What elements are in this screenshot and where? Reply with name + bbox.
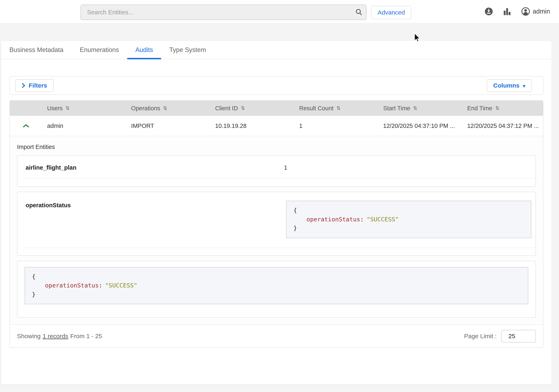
entity-name: airline_flight_plan <box>26 164 284 171</box>
sort-icon[interactable]: ⇅ <box>336 105 341 111</box>
tab-label: Type System <box>169 46 206 54</box>
filters-button[interactable]: Filters <box>15 79 54 92</box>
username-label: admin <box>533 8 550 15</box>
tab-type-system[interactable]: Type System <box>161 41 214 59</box>
json-property: operationStatus:"SUCCESS" <box>293 215 524 224</box>
column-label: Client ID <box>215 105 238 112</box>
sort-icon[interactable]: ⇅ <box>163 105 167 111</box>
entity-count: 1 <box>284 164 527 171</box>
import-entities-box: airline_flight_plan 1 <box>17 155 536 187</box>
page-background-band <box>0 23 559 41</box>
json-close-brace: } <box>32 290 521 299</box>
main-panel: Business Metadata Enumerations Audits Ty… <box>1 41 552 384</box>
advanced-button[interactable]: Advanced <box>371 6 411 19</box>
bar-chart-icon[interactable] <box>504 7 511 16</box>
detail-title: Import Entities <box>17 136 536 150</box>
json-code-block: { operationStatus:"SUCCESS" } <box>286 201 531 238</box>
cell-start-time: 12/20/2025 04:37:10 PM ... <box>375 123 459 129</box>
sort-icon[interactable]: ⇅ <box>65 105 70 111</box>
column-label: Start Time <box>383 105 410 112</box>
json-value: "SUCCESS" <box>366 216 399 223</box>
operation-status-label: operationStatus <box>26 201 286 209</box>
column-label: End Time <box>467 105 493 112</box>
chevron-up-icon <box>23 124 29 128</box>
download-icon[interactable] <box>484 7 493 16</box>
columns-button[interactable]: Columns ▾ <box>487 79 532 92</box>
json-value: "SUCCESS" <box>105 282 137 289</box>
page-limit-label: Page Limit : <box>464 333 496 340</box>
json-colon: : <box>99 282 102 289</box>
cell-users: admin <box>39 123 123 129</box>
tab-bar: Business Metadata Enumerations Audits Ty… <box>1 41 552 59</box>
tab-enumerations[interactable]: Enumerations <box>72 41 127 59</box>
user-icon <box>521 7 530 16</box>
table-footer: Showing 1 records From 1 - 25 Page Limit… <box>10 324 543 348</box>
sort-icon[interactable]: ⇅ <box>413 105 417 111</box>
tab-label: Business Metadata <box>9 46 64 54</box>
tab-label: Audits <box>135 46 153 54</box>
column-header-result-count[interactable]: Result Count ⇅ <box>291 105 375 112</box>
json-property: operationStatus:"SUCCESS" <box>32 281 521 290</box>
columns-label: Columns <box>493 82 520 89</box>
page-limit-select[interactable]: 25 <box>502 330 536 343</box>
column-header-users[interactable]: Users ⇅ <box>39 105 123 112</box>
json-close-brace: } <box>293 224 524 233</box>
showing-label: Showing <box>17 333 41 340</box>
json-key: operationStatus <box>45 282 99 289</box>
filters-toolbar: Filters Columns ▾ <box>9 76 543 95</box>
cell-end-time: 12/20/2025 04:37:12 PM ... <box>459 123 543 129</box>
json-open-brace: { <box>293 206 524 215</box>
column-label: Result Count <box>299 105 334 112</box>
operation-status-box: operationStatus { operationStatus:"SUCCE… <box>17 192 536 256</box>
range-label: From 1 - 25 <box>70 333 102 340</box>
sort-icon[interactable]: ⇅ <box>495 105 499 111</box>
result-json-box: { operationStatus:"SUCCESS" } <box>17 261 536 318</box>
row-detail-panel: Import Entities airline_flight_plan 1 op… <box>10 136 543 324</box>
search-box[interactable] <box>81 4 366 20</box>
chevron-right-icon <box>22 83 25 88</box>
active-tab-underline <box>127 58 161 59</box>
top-bar: Advanced a <box>0 0 559 23</box>
column-header-operations[interactable]: Operations ⇅ <box>123 105 207 112</box>
page-limit-control: Page Limit : 25 <box>464 330 536 343</box>
table-header-row: Users ⇅ Operations ⇅ Client ID ⇅ Result … <box>10 101 543 116</box>
tab-label: Enumerations <box>80 46 119 54</box>
cell-client-id: 10.19.19.28 <box>207 123 291 129</box>
column-label: Operations <box>131 105 160 112</box>
caret-down-icon: ▾ <box>523 83 525 89</box>
column-header-start-time[interactable]: Start Time ⇅ <box>375 105 459 112</box>
records-summary: Showing 1 records From 1 - 25 <box>17 333 102 340</box>
audit-table: Users ⇅ Operations ⇅ Client ID ⇅ Result … <box>9 100 543 348</box>
column-header-end-time[interactable]: End Time ⇅ <box>459 105 543 112</box>
json-key: operationStatus <box>307 216 360 223</box>
json-colon: : <box>360 216 364 223</box>
column-label: Users <box>47 105 63 112</box>
search-icon[interactable] <box>352 5 366 20</box>
user-menu[interactable]: admin <box>521 7 550 16</box>
row-collapse-toggle[interactable] <box>10 124 39 128</box>
cell-result-count: 1 <box>291 123 375 129</box>
filters-label: Filters <box>29 82 47 89</box>
column-header-client-id[interactable]: Client ID ⇅ <box>207 105 291 112</box>
json-open-brace: { <box>32 272 521 281</box>
json-code-block: { operationStatus:"SUCCESS" } <box>25 267 528 304</box>
tab-audits[interactable]: Audits <box>127 41 161 59</box>
sort-icon[interactable]: ⇅ <box>241 105 245 111</box>
table-row[interactable]: admin IMPORT 10.19.19.28 1 12/20/2025 04… <box>10 116 543 136</box>
cell-operations: IMPORT <box>123 123 207 129</box>
audits-content: Filters Columns ▾ Users ⇅ Operations ⇅ <box>1 76 552 348</box>
tab-business-metadata[interactable]: Business Metadata <box>1 41 72 59</box>
topbar-actions: admin <box>484 0 550 23</box>
search-input[interactable] <box>81 5 352 20</box>
records-link[interactable]: 1 records <box>43 333 68 340</box>
